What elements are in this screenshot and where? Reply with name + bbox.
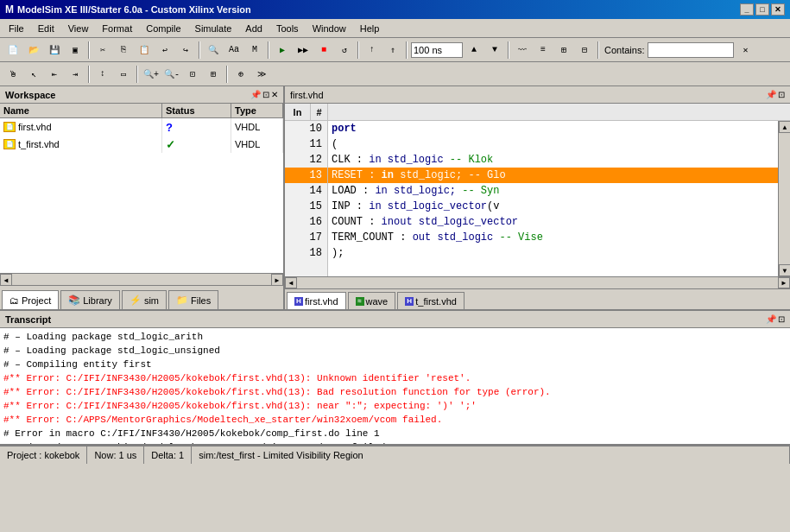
tb2-btn2[interactable]: ↖ — [24, 65, 43, 84]
tb2-more-btn[interactable]: ≫ — [252, 65, 271, 84]
transcript-float-btn[interactable]: ⊡ — [778, 314, 785, 324]
file-name-1: 📄 t_first.vhd — [0, 136, 162, 153]
code-line-8: ); — [328, 245, 778, 261]
code-tab-wave[interactable]: ≈ wave — [348, 292, 396, 309]
tb-save-btn[interactable]: 💾 — [45, 41, 64, 60]
menu-view[interactable]: View — [61, 22, 96, 35]
tb2-zoom-fit[interactable]: ⊡ — [183, 65, 202, 84]
menu-edit[interactable]: Edit — [31, 22, 61, 35]
tb-up-btn[interactable]: ↑ — [363, 41, 382, 60]
code-tab-first[interactable]: H first.vhd — [287, 292, 346, 309]
tb-copy-btn[interactable]: ⎘ — [114, 41, 133, 60]
code-pin-btn[interactable]: 📌 — [766, 90, 776, 99]
tb2-btn4[interactable]: ⇥ — [66, 65, 85, 84]
tb-find-btn[interactable]: 🔍 — [204, 41, 223, 60]
code-line-0: port — [328, 121, 778, 136]
tab-sim[interactable]: ⚡ sim — [122, 290, 167, 309]
tab-project[interactable]: 🗂 Project — [2, 290, 59, 309]
tb-extra-btn[interactable]: ⊞ — [554, 41, 573, 60]
file-status-0: ? — [162, 118, 231, 136]
tb-btn-aa[interactable]: Aa — [224, 41, 243, 60]
workspace-pin-btn[interactable]: 📌 — [250, 90, 261, 99]
tb-run-btn[interactable]: ▶ — [273, 41, 292, 60]
menu-help[interactable]: Help — [353, 22, 387, 35]
transcript-content[interactable]: # – Loading package std_logic_arith # – … — [0, 328, 790, 444]
tb-btn4[interactable]: ▣ — [66, 41, 85, 60]
tb-log-btn[interactable]: ≡ — [534, 41, 553, 60]
maximize-button[interactable]: □ — [755, 3, 769, 16]
hscroll-right-btn[interactable]: ▶ — [271, 274, 283, 286]
time-input[interactable] — [411, 42, 463, 58]
code-float-btn[interactable]: ⊡ — [778, 90, 785, 99]
tb-extra2-btn[interactable]: ⊟ — [575, 41, 594, 60]
close-button[interactable]: ✕ — [771, 3, 785, 16]
menu-window[interactable]: Window — [306, 22, 353, 35]
files-tab-icon: 📁 — [176, 294, 188, 306]
separator-10 — [226, 66, 228, 83]
code-vscroll[interactable]: ▲ ▼ — [778, 121, 790, 276]
vscroll-up-btn[interactable]: ▲ — [779, 121, 790, 133]
tb-new-btn[interactable]: 📄 — [3, 41, 22, 60]
tb-undo-btn[interactable]: ↩ — [155, 41, 174, 60]
status-delta: Delta: 1 — [144, 446, 192, 464]
tb-btn-m[interactable]: M — [245, 41, 264, 60]
tb-paste-btn[interactable]: 📋 — [135, 41, 154, 60]
tb2-cursor-btn[interactable]: ↕ — [93, 65, 112, 84]
code-tab-tfirst[interactable]: H t_first.vhd — [397, 292, 465, 309]
tb2-btn1[interactable]: 🖱 — [3, 65, 22, 84]
tb-run2-btn[interactable]: ▶▶ — [294, 41, 313, 60]
contains-label: Contains: — [603, 45, 646, 55]
code-line-4: LOAD : in std_logic; -- Syn — [328, 183, 778, 199]
menu-simulate[interactable]: Simulate — [188, 22, 239, 35]
tb-open-btn[interactable]: 📂 — [24, 41, 43, 60]
tb-stop-btn[interactable]: ■ — [314, 41, 333, 60]
line-num-15: 15 — [285, 199, 327, 214]
tb2-insert-btn[interactable]: ⊕ — [231, 65, 250, 84]
tb2-select-btn[interactable]: ▭ — [114, 65, 133, 84]
contains-input[interactable] — [648, 42, 734, 58]
transcript-panel: Transcript 📌 ⊡ # – Loading package std_l… — [0, 311, 790, 445]
workspace-float-btn[interactable]: ⊡ — [262, 90, 269, 99]
minimize-button[interactable]: _ — [740, 3, 754, 16]
file-icon-1: 📄 — [3, 139, 16, 149]
project-tab-icon: 🗂 — [9, 295, 19, 306]
tb2-zoom-out[interactable]: 🔍- — [162, 65, 181, 84]
toolbar-2: 🖱 ↖ ⇤ ⇥ ↕ ▭ 🔍+ 🔍- ⊡ ⊞ ⊕ ≫ — [0, 62, 790, 86]
app-icon: M — [5, 3, 14, 16]
tb2-zoom-in[interactable]: 🔍+ — [142, 65, 161, 84]
window-title: ModelSim XE III/Starter 6.0a - Custom Xi… — [17, 4, 251, 15]
contains-clear-btn[interactable]: ✕ — [736, 41, 755, 60]
tb2-btn3[interactable]: ⇤ — [45, 65, 64, 84]
status-time: Now: 1 us — [87, 446, 144, 464]
tb-up2-btn[interactable]: ⇑ — [383, 41, 402, 60]
file-status-1: ✓ — [162, 136, 231, 153]
transcript-pin-btn[interactable]: 📌 — [766, 314, 776, 324]
transcript-line-3: #** Error: C:/IFI/INF3430/H2005/kokebok/… — [3, 371, 787, 385]
workspace-close-btn[interactable]: ✕ — [271, 90, 278, 99]
tab-files[interactable]: 📁 Files — [168, 290, 218, 309]
file-row-1[interactable]: 📄 t_first.vhd ✓ VHDL — [0, 136, 283, 153]
menu-compile[interactable]: Compile — [139, 22, 187, 35]
tb-time-down[interactable]: ▼ — [485, 41, 504, 60]
menu-format[interactable]: Format — [95, 22, 139, 35]
tb-restart-btn[interactable]: ↺ — [335, 41, 354, 60]
tb2-zoom-full[interactable]: ⊞ — [204, 65, 223, 84]
tb-wave-btn[interactable]: 〰 — [513, 41, 532, 60]
menu-tools[interactable]: Tools — [269, 22, 306, 35]
code-hscroll-left[interactable]: ◀ — [285, 277, 297, 288]
vscroll-down-btn[interactable]: ▼ — [779, 264, 790, 276]
tb-time-up[interactable]: ▲ — [465, 41, 483, 60]
col-status: Status — [162, 104, 231, 117]
menu-file[interactable]: File — [2, 22, 31, 35]
library-tab-icon: 📚 — [68, 294, 80, 306]
tab-library[interactable]: 📚 Library — [60, 290, 120, 309]
status-icon-0: ? — [166, 121, 173, 134]
menu-add[interactable]: Add — [238, 22, 269, 35]
tb-cut-btn[interactable]: ✂ — [93, 41, 112, 60]
hscroll-left-btn[interactable]: ◀ — [0, 274, 12, 286]
code-hscroll-right[interactable]: ▶ — [778, 277, 790, 288]
menu-bar: File Edit View Format Compile Simulate A… — [0, 19, 790, 38]
tb-redo-btn[interactable]: ↪ — [176, 41, 195, 60]
code-tab-first-icon: H — [294, 297, 303, 306]
file-row-0[interactable]: 📄 first.vhd ? VHDL — [0, 118, 283, 136]
